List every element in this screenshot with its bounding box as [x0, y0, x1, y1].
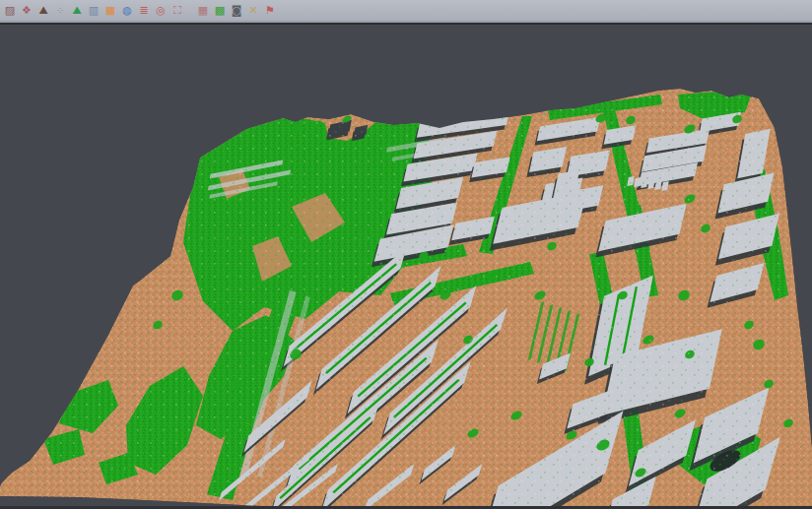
target-icon[interactable]: ◎	[154, 4, 168, 18]
classification-colors-icon[interactable]: ▩	[213, 4, 227, 18]
classify-list-icon[interactable]: ≣	[137, 4, 151, 18]
profile-view-icon[interactable]: ▥	[87, 4, 101, 18]
snapshot-icon[interactable]: ◙	[230, 4, 243, 18]
tin-surface-icon[interactable]: ⛰	[70, 4, 84, 18]
open-file-icon[interactable]: ▨	[3, 4, 17, 18]
app-window: ▨❖⛰⁘⛰▥■◍≣◎⛶▦▩◙✕⚑	[0, 0, 812, 509]
viewport-3d[interactable]	[0, 0, 812, 509]
import-cloud-icon[interactable]: ❖	[20, 4, 34, 18]
measure-icon[interactable]: ✕	[246, 4, 260, 18]
select-area-icon[interactable]: ⛶	[170, 4, 184, 18]
flag-marker-icon[interactable]: ⚑	[263, 4, 277, 18]
toolbar: ▨❖⛰⁘⛰▥■◍≣◎⛶▦▩◙✕⚑	[0, 0, 812, 23]
point-cloud-icon[interactable]: ⁘	[53, 4, 67, 18]
terrain-model-icon[interactable]: ⛰	[36, 4, 50, 18]
toolbar-gap	[184, 10, 193, 11]
globe-view-icon[interactable]: ◍	[120, 4, 134, 18]
grid-cells-icon[interactable]: ▦	[196, 4, 210, 18]
ortho-image-icon[interactable]: ■	[103, 4, 117, 18]
toolbar-divider	[0, 23, 812, 25]
